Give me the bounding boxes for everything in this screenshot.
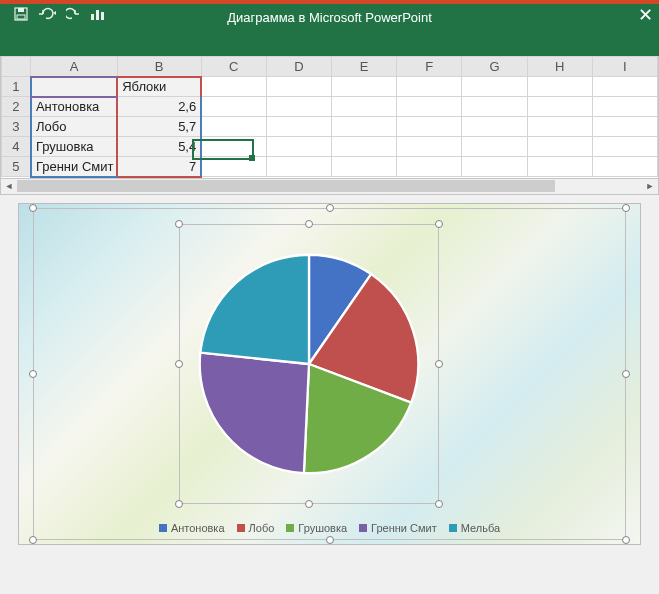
col-header[interactable]: B: [117, 57, 201, 77]
grid[interactable]: A B C D E F G H I 1 Яблоки 2 Антоновка 2…: [1, 56, 658, 178]
cell[interactable]: 2,6: [117, 97, 201, 117]
legend-swatch: [286, 524, 294, 532]
scroll-left-button[interactable]: ◄: [1, 179, 17, 193]
cell[interactable]: [462, 137, 527, 157]
cell[interactable]: 5,7: [117, 117, 201, 137]
pie-slice[interactable]: [200, 352, 309, 473]
cell[interactable]: [397, 157, 462, 177]
cell[interactable]: [592, 157, 657, 177]
resize-handle-nw[interactable]: [175, 220, 183, 228]
cell[interactable]: [592, 137, 657, 157]
cell[interactable]: [462, 117, 527, 137]
col-header[interactable]: G: [462, 57, 527, 77]
cell[interactable]: [397, 137, 462, 157]
row: 2 Антоновка 2,6: [2, 97, 658, 117]
cell[interactable]: [332, 117, 397, 137]
cell[interactable]: 5,4: [117, 137, 201, 157]
redo-icon[interactable]: [66, 7, 80, 21]
resize-handle-e[interactable]: [435, 360, 443, 368]
col-header[interactable]: I: [592, 57, 657, 77]
legend-item: Лобо: [237, 522, 275, 534]
scroll-right-button[interactable]: ►: [642, 179, 658, 193]
cell[interactable]: [462, 157, 527, 177]
save-icon[interactable]: [14, 7, 28, 21]
cell[interactable]: 7: [117, 157, 201, 177]
cell[interactable]: Гренни Смит: [31, 157, 117, 177]
cell[interactable]: [201, 157, 266, 177]
resize-handle-sw[interactable]: [175, 500, 183, 508]
slide-area: Яблоки АнтоновкаЛобоГрушовк: [0, 195, 659, 555]
row-header[interactable]: 1: [2, 77, 31, 97]
embedded-excel-window: Диаграмма в Microsoft PowerPoint ✕ A B C…: [0, 0, 659, 195]
cell[interactable]: [527, 77, 592, 97]
cell[interactable]: [592, 77, 657, 97]
cell[interactable]: [332, 77, 397, 97]
col-header[interactable]: A: [31, 57, 117, 77]
pie-chart[interactable]: [194, 225, 424, 503]
resize-handle-ne[interactable]: [622, 204, 630, 212]
legend-item: Грушовка: [286, 522, 347, 534]
col-header[interactable]: F: [397, 57, 462, 77]
resize-handle-s[interactable]: [326, 536, 334, 544]
cell[interactable]: [527, 157, 592, 177]
resize-handle-e[interactable]: [622, 370, 630, 378]
cell[interactable]: [266, 117, 331, 137]
cell[interactable]: [592, 117, 657, 137]
col-header[interactable]: D: [266, 57, 331, 77]
chart-tools-icon[interactable]: [90, 7, 106, 21]
cell[interactable]: [332, 137, 397, 157]
legend-item: Мельба: [449, 522, 500, 534]
row-header[interactable]: 4: [2, 137, 31, 157]
resize-handle-se[interactable]: [622, 536, 630, 544]
row: 5 Гренни Смит 7: [2, 157, 658, 177]
legend-swatch: [159, 524, 167, 532]
cell[interactable]: [201, 117, 266, 137]
svg-rect-1: [18, 8, 24, 12]
undo-icon[interactable]: [38, 7, 56, 21]
cell[interactable]: Яблоки: [117, 77, 201, 97]
resize-handle-w[interactable]: [29, 370, 37, 378]
cell[interactable]: Лобо: [31, 117, 117, 137]
cell[interactable]: [462, 77, 527, 97]
cell[interactable]: [397, 97, 462, 117]
cell[interactable]: [527, 137, 592, 157]
close-button[interactable]: ✕: [638, 6, 653, 24]
cell[interactable]: [332, 157, 397, 177]
resize-handle-se[interactable]: [435, 500, 443, 508]
cell[interactable]: [332, 97, 397, 117]
row-header[interactable]: 2: [2, 97, 31, 117]
resize-handle-w[interactable]: [175, 360, 183, 368]
cell[interactable]: [201, 97, 266, 117]
resize-handle-nw[interactable]: [29, 204, 37, 212]
cell[interactable]: [397, 77, 462, 97]
slide-canvas[interactable]: Яблоки АнтоновкаЛобоГрушовк: [18, 203, 641, 545]
resize-handle-sw[interactable]: [29, 536, 37, 544]
cell[interactable]: [527, 97, 592, 117]
plot-area-frame[interactable]: [179, 224, 439, 504]
row-header[interactable]: 3: [2, 117, 31, 137]
cell[interactable]: [462, 97, 527, 117]
worksheet[interactable]: A B C D E F G H I 1 Яблоки 2 Антоновка 2…: [0, 56, 659, 195]
scroll-thumb[interactable]: [17, 180, 555, 192]
pie-slice[interactable]: [200, 254, 309, 363]
cell[interactable]: [397, 117, 462, 137]
cell[interactable]: [266, 97, 331, 117]
col-header[interactable]: C: [201, 57, 266, 77]
cell[interactable]: Антоновка: [31, 97, 117, 117]
cell[interactable]: Грушовка: [31, 137, 117, 157]
resize-handle-n[interactable]: [326, 204, 334, 212]
scroll-track[interactable]: [17, 179, 642, 193]
col-header[interactable]: H: [527, 57, 592, 77]
row-header[interactable]: 5: [2, 157, 31, 177]
cell[interactable]: [592, 97, 657, 117]
cell[interactable]: [266, 77, 331, 97]
resize-handle-ne[interactable]: [435, 220, 443, 228]
horizontal-scrollbar[interactable]: ◄ ►: [1, 178, 658, 194]
cell[interactable]: [266, 157, 331, 177]
cell[interactable]: [527, 117, 592, 137]
col-header[interactable]: E: [332, 57, 397, 77]
cell[interactable]: [31, 77, 117, 97]
cell[interactable]: [266, 137, 331, 157]
cell[interactable]: [201, 77, 266, 97]
cell[interactable]: [201, 137, 266, 157]
